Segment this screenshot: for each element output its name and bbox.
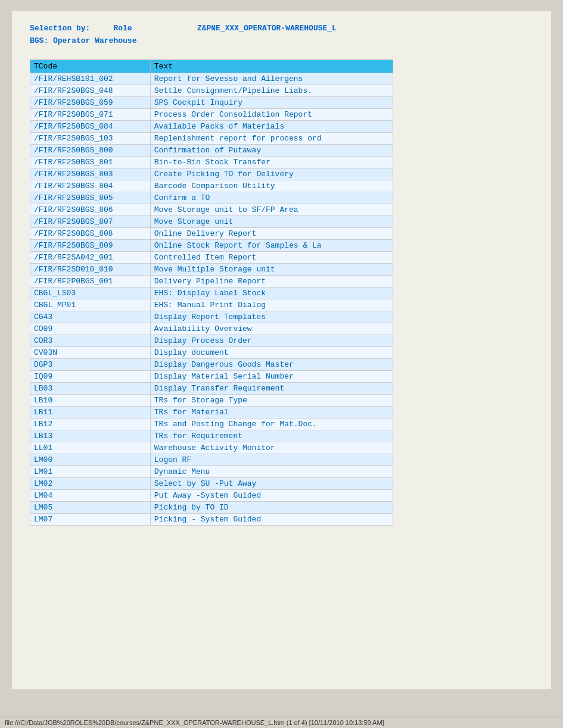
text-cell[interactable]: Confirm a TO [150,192,393,204]
tcode-cell[interactable]: /FIR/RF2SD010_010 [30,263,151,275]
tcode-cell[interactable]: /FIR/RF2S0BGS_103 [30,132,151,144]
tcode-cell[interactable]: /FIR/RF2S0BGS_809 [30,239,151,251]
tcode-cell[interactable]: LL01 [30,442,151,454]
text-cell[interactable]: Select by SU -Put Away [150,477,393,489]
table-row[interactable]: /FIR/RF2S0BGS_808Online Delivery Report [30,227,393,239]
table-row[interactable]: CG43Display Report Templates [30,311,393,323]
text-cell[interactable]: Report for Sevesso and Allergens [150,73,393,85]
tcode-cell[interactable]: LM05 [30,501,151,513]
table-row[interactable]: /FIR/RF2P0BGS_001Delivery Pipeline Repor… [30,275,393,287]
text-cell[interactable]: Dynamic Menu [150,465,393,477]
table-row[interactable]: /FIR/RF2S0BGS_803Create Picking TO for D… [30,168,393,180]
tcode-cell[interactable]: LB11 [30,406,151,418]
table-row[interactable]: LB10TRs for Storage Type [30,394,393,406]
table-row[interactable]: LM07Picking - System Guided [30,513,393,525]
table-row[interactable]: /FIR/RF2S0BGS_805Confirm a TO [30,192,393,204]
tcode-cell[interactable]: LM00 [30,454,151,465]
text-cell[interactable]: Move Storage unit to SF/FP Area [150,204,393,215]
text-cell[interactable]: Picking by TO ID [150,501,393,513]
text-cell[interactable]: Create Picking TO for Delivery [150,168,393,180]
table-row[interactable]: LM02Select by SU -Put Away [30,477,393,489]
table-row[interactable]: CBGL_LS03EHS: Display Label Stock [30,287,393,299]
table-row[interactable]: CBGL_MP01EHS: Manual Print Dialog [30,299,393,311]
text-cell[interactable]: EHS: Manual Print Dialog [150,299,393,311]
tcode-cell[interactable]: IQ09 [30,370,151,382]
tcode-cell[interactable]: LB13 [30,430,151,442]
table-row[interactable]: /FIR/REHSB101_002Report for Sevesso and … [30,73,393,85]
text-cell[interactable]: Display Transfer Requirement [150,382,393,394]
tcode-cell[interactable]: COR3 [30,335,151,346]
table-row[interactable]: DGP3Display Dangerous Goods Master [30,358,393,370]
table-row[interactable]: IQ09Display Material Serial Number [30,370,393,382]
tcode-cell[interactable]: LM04 [30,489,151,501]
text-cell[interactable]: Move Storage unit [150,215,393,227]
text-cell[interactable]: Bin-to-Bin Stock Transfer [150,156,393,168]
text-cell[interactable]: SPS Cockpit Inquiry [150,96,393,108]
text-cell[interactable]: Warehouse Activity Monitor [150,442,393,454]
tcode-cell[interactable]: /FIR/RF2SA042_001 [30,251,151,263]
text-cell[interactable]: Confirmation of Putaway [150,144,393,156]
table-row[interactable]: /FIR/RF2SD010_010Move Multiple Storage u… [30,263,393,275]
text-cell[interactable]: Put Away -System Guided [150,489,393,501]
text-cell[interactable]: Availability Overview [150,323,393,335]
table-row[interactable]: LM05Picking by TO ID [30,501,393,513]
table-row[interactable]: /FIR/RF2S0BGS_084Available Packs of Mate… [30,120,393,132]
table-row[interactable]: /FIR/RF2S0BGS_800Confirmation of Putaway [30,144,393,156]
tcode-cell[interactable]: LM01 [30,465,151,477]
tcode-cell[interactable]: /FIR/REHSB101_002 [30,73,151,85]
table-row[interactable]: LM04Put Away -System Guided [30,489,393,501]
text-cell[interactable]: Available Packs of Materials [150,120,393,132]
text-cell[interactable]: TRs for Requirement [150,430,393,442]
text-cell[interactable]: TRs for Storage Type [150,394,393,406]
table-row[interactable]: /FIR/RF2S0BGS_103Replenishment report fo… [30,132,393,144]
tcode-cell[interactable]: /FIR/RF2S0BGS_084 [30,120,151,132]
tcode-cell[interactable]: DGP3 [30,358,151,370]
tcode-cell[interactable]: LB10 [30,394,151,406]
table-row[interactable]: /FIR/RF2S0BGS_806Move Storage unit to SF… [30,204,393,215]
tcode-cell[interactable]: /FIR/RF2S0BGS_807 [30,215,151,227]
table-row[interactable]: /FIR/RF2S0BGS_804Barcode Comparison Util… [30,180,393,192]
text-cell[interactable]: EHS: Display Label Stock [150,287,393,299]
tcode-cell[interactable]: /FIR/RF2S0BGS_059 [30,96,151,108]
text-cell[interactable]: Display Process Order [150,335,393,346]
table-row[interactable]: CV03NDisplay document [30,346,393,358]
tcode-cell[interactable]: /FIR/RF2S0BGS_801 [30,156,151,168]
table-row[interactable]: LM01Dynamic Menu [30,465,393,477]
table-row[interactable]: LB12TRs and Posting Change for Mat.Doc. [30,418,393,430]
tcode-cell[interactable]: LM07 [30,513,151,525]
table-row[interactable]: COR3Display Process Order [30,335,393,346]
tcode-cell[interactable]: /FIR/RF2P0BGS_001 [30,275,151,287]
table-row[interactable]: LB11TRs for Material [30,406,393,418]
tcode-cell[interactable]: /FIR/RF2S0BGS_806 [30,204,151,215]
tcode-cell[interactable]: /FIR/RF2S0BGS_800 [30,144,151,156]
table-row[interactable]: LM00Logon RF [30,454,393,465]
tcode-cell[interactable]: CG43 [30,311,151,323]
table-row[interactable]: /FIR/RF2S0BGS_807Move Storage unit [30,215,393,227]
table-row[interactable]: /FIR/RF2SA042_001Controlled Item Report [30,251,393,263]
text-cell[interactable]: TRs for Material [150,406,393,418]
tcode-cell[interactable]: /FIR/RF2S0BGS_804 [30,180,151,192]
table-row[interactable]: /FIR/RF2S0BGS_048Settle Consignment/Pipe… [30,85,393,96]
text-cell[interactable]: Move Multiple Storage unit [150,263,393,275]
tcode-cell[interactable]: CO09 [30,323,151,335]
text-cell[interactable]: Delivery Pipeline Report [150,275,393,287]
table-row[interactable]: CO09Availability Overview [30,323,393,335]
tcode-cell[interactable]: LM02 [30,477,151,489]
text-cell[interactable]: Replenishment report for process ord [150,132,393,144]
text-cell[interactable]: Display Material Serial Number [150,370,393,382]
text-cell[interactable]: Online Delivery Report [150,227,393,239]
table-row[interactable]: /FIR/RF2S0BGS_059SPS Cockpit Inquiry [30,96,393,108]
text-cell[interactable]: Process Order Consolidation Report [150,108,393,120]
text-cell[interactable]: TRs and Posting Change for Mat.Doc. [150,418,393,430]
tcode-cell[interactable]: CBGL_MP01 [30,299,151,311]
tcode-cell[interactable]: /FIR/RF2S0BGS_808 [30,227,151,239]
text-cell[interactable]: Settle Consignment/Pipeline Liabs. [150,85,393,96]
tcode-cell[interactable]: LB03 [30,382,151,394]
tcode-cell[interactable]: /FIR/RF2S0BGS_071 [30,108,151,120]
text-cell[interactable]: Picking - System Guided [150,513,393,525]
table-row[interactable]: LB03Display Transfer Requirement [30,382,393,394]
text-cell[interactable]: Display document [150,346,393,358]
tcode-cell[interactable]: /FIR/RF2S0BGS_803 [30,168,151,180]
text-cell[interactable]: Display Report Templates [150,311,393,323]
tcode-cell[interactable]: CBGL_LS03 [30,287,151,299]
